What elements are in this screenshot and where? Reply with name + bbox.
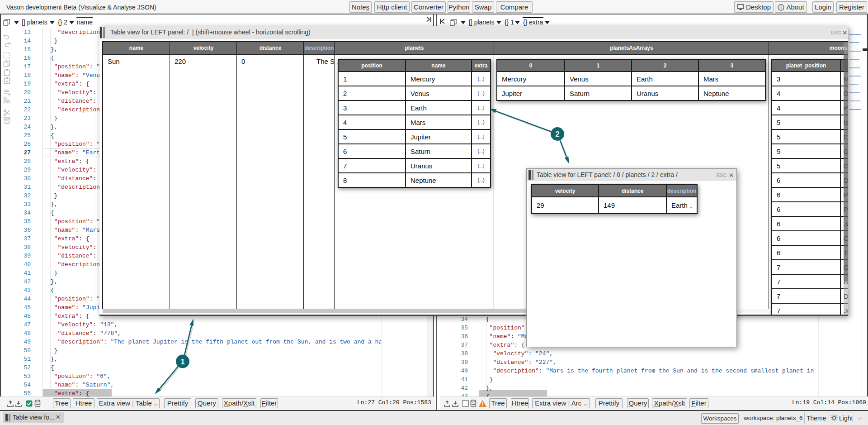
svg-text:1: 1 <box>180 358 184 366</box>
svg-text:2: 2 <box>555 130 559 138</box>
